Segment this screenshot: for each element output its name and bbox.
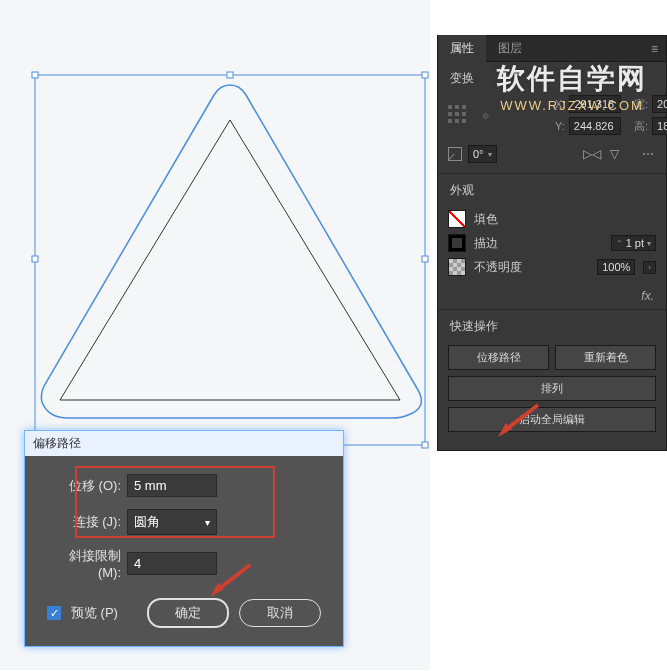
artwork-triangle[interactable] [30,70,430,470]
fx-button[interactable]: fx. [438,287,666,309]
svg-rect-0 [35,75,425,445]
quick-title: 快速操作 [438,310,666,339]
opacity-label: 不透明度 [474,259,522,276]
stroke-weight-input[interactable]: ⌃1 pt▾ [611,235,656,251]
miter-input[interactable]: 4 [127,552,217,575]
opacity-input[interactable]: 100% [597,259,635,275]
angle-input[interactable]: 0°▾ [468,145,497,163]
flip-v-icon[interactable]: ▽ [606,147,622,161]
stroke-swatch[interactable] [448,234,466,252]
h-input[interactable]: 185.295 [652,117,667,135]
preview-label: 预览 (P) [71,604,118,622]
miter-label: 斜接限制 (M): [47,547,121,580]
offset-label: 位移 (O): [47,477,121,495]
preview-checkbox[interactable]: ✓ [47,606,61,620]
panel-menu-icon[interactable]: ≡ [643,42,666,56]
dialog-title: 偏移路径 [25,431,343,456]
svg-rect-3 [422,72,428,78]
opacity-swatch[interactable] [448,258,466,276]
watermark-url: WWW.RJZXW.COM [497,98,647,113]
appearance-title: 外观 [438,174,666,203]
fill-swatch[interactable] [448,210,466,228]
angle-icon [448,147,462,161]
flip-h-icon[interactable]: ▷◁ [584,147,600,161]
offset-path-button[interactable]: 位移路径 [448,345,549,370]
join-select[interactable]: 圆角▾ [127,509,217,535]
svg-rect-4 [32,256,38,262]
watermark: 软件自学网 WWW.RJZXW.COM [497,60,647,113]
y-label: Y: [555,120,565,132]
y-input[interactable]: 244.826 [569,117,621,135]
opacity-expand-icon[interactable]: › [643,261,656,274]
svg-rect-2 [227,72,233,78]
reference-point-icon[interactable] [448,105,468,125]
more-options-icon[interactable]: ⋯ [640,147,656,161]
quick-actions: 位移路径 重新着色 排列 启动全局编辑 [438,339,666,450]
global-edit-button[interactable]: 启动全局编辑 [448,407,656,432]
ok-button[interactable]: 确定 [147,598,229,628]
w-input[interactable]: 209.215 [652,95,667,113]
svg-rect-1 [32,72,38,78]
appearance-section: 填色 描边 ⌃1 pt▾ 不透明度 100% › [438,203,666,287]
panel-tabs: 属性 图层 ≡ [438,36,666,62]
watermark-text: 软件自学网 [497,60,647,98]
arrange-button[interactable]: 排列 [448,376,656,401]
fill-label: 填色 [474,211,498,228]
offset-input[interactable]: 5 mm [127,474,217,497]
svg-rect-5 [422,256,428,262]
cancel-button[interactable]: 取消 [239,599,321,627]
tab-properties[interactable]: 属性 [438,35,486,62]
stroke-label: 描边 [474,235,498,252]
offset-path-dialog: 偏移路径 位移 (O): 5 mm 连接 (J): 圆角▾ 斜接限制 (M): … [24,430,344,647]
tab-layers[interactable]: 图层 [486,35,534,62]
svg-marker-9 [60,120,400,400]
h-label: 高: [634,119,648,134]
join-label: 连接 (J): [47,513,121,531]
angle-row: 0°▾ ▷◁ ▽ ⋯ [438,143,666,173]
svg-rect-8 [422,442,428,448]
link-wh-icon[interactable]: ⟐ [476,108,494,122]
recolor-button[interactable]: 重新着色 [555,345,656,370]
